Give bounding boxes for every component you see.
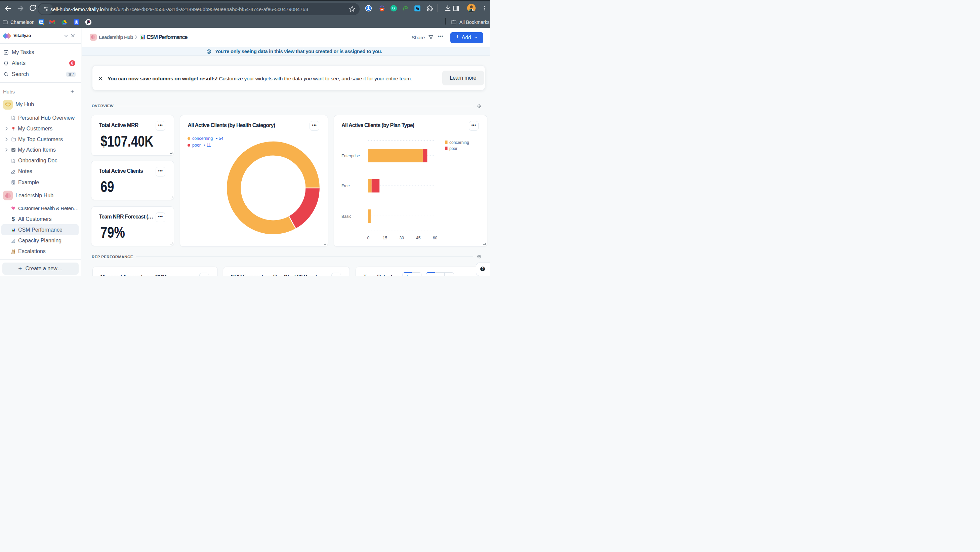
svg-text:Enterprise: Enterprise xyxy=(342,154,360,158)
svg-text:Basic: Basic xyxy=(342,214,351,219)
svg-text:15: 15 xyxy=(382,235,387,240)
svg-text:0: 0 xyxy=(367,235,369,240)
svg-text:20: 20 xyxy=(40,21,43,24)
svg-text:G: G xyxy=(392,6,395,10)
svg-text:poor: poor xyxy=(449,146,457,151)
svg-text:30: 30 xyxy=(399,235,404,240)
svg-text:45: 45 xyxy=(416,235,421,240)
svg-text:Free: Free xyxy=(342,183,350,188)
svg-text:concerning: concerning xyxy=(449,140,469,145)
svg-text:9+: 9+ xyxy=(380,8,383,11)
svg-text:60: 60 xyxy=(433,235,437,240)
